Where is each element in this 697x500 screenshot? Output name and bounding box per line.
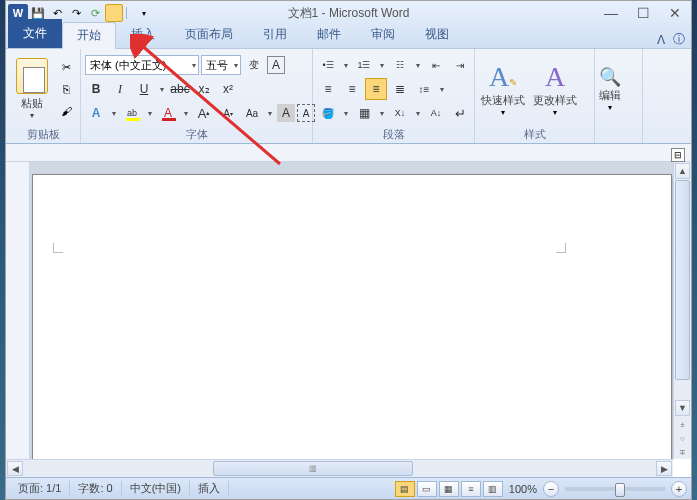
doc-icon[interactable] bbox=[105, 4, 123, 22]
ribbon-tabs: 文件 开始 插入 页面布局 引用 邮件 审阅 视图 ᐱ ⓘ bbox=[6, 25, 691, 49]
numbering-button[interactable]: 1☰ bbox=[353, 54, 375, 76]
tab-layout[interactable]: 页面布局 bbox=[170, 21, 248, 48]
show-marks-button[interactable]: ↵ bbox=[449, 102, 471, 124]
minimize-ribbon-icon[interactable]: ᐱ bbox=[657, 33, 665, 47]
scroll-thumb-h[interactable]: ▥ bbox=[213, 461, 413, 476]
page[interactable] bbox=[32, 174, 672, 459]
browse-object-icon[interactable]: ○ bbox=[674, 431, 691, 445]
binoculars-icon: 🔍 bbox=[599, 66, 621, 88]
scroll-up-icon[interactable]: ▲ bbox=[675, 163, 690, 179]
tab-view[interactable]: 视图 bbox=[410, 21, 464, 48]
group-label-paragraph: 段落 bbox=[317, 127, 470, 143]
group-styles: A✎ 快速样式 ▾ A 更改样式 ▾ 样式 bbox=[475, 49, 595, 143]
view-outline-icon[interactable]: ≡ bbox=[461, 481, 481, 497]
group-clipboard: 粘贴 ▾ ✂ ⎘ 🖌 剪贴板 bbox=[6, 49, 81, 143]
status-page[interactable]: 页面: 1/1 bbox=[10, 481, 70, 496]
tab-review[interactable]: 审阅 bbox=[356, 21, 410, 48]
close-button[interactable]: ✕ bbox=[659, 2, 691, 24]
ruler-vertical[interactable] bbox=[6, 162, 30, 459]
help-icon[interactable]: ⓘ bbox=[673, 31, 685, 48]
group-label-font: 字体 bbox=[85, 127, 308, 143]
group-editing: 🔍 编辑 ▾ bbox=[595, 49, 643, 143]
scroll-thumb-v[interactable] bbox=[675, 180, 690, 380]
tab-file[interactable]: 文件 bbox=[8, 19, 62, 48]
browse-next-icon[interactable]: ∓ bbox=[674, 445, 691, 459]
borders-button[interactable]: ▦ bbox=[353, 102, 375, 124]
align-justify-button[interactable]: ≣ bbox=[389, 78, 411, 100]
minimize-button[interactable]: — bbox=[595, 2, 627, 24]
zoom-out-button[interactable]: − bbox=[543, 481, 559, 497]
multilevel-button[interactable]: ☷ bbox=[389, 54, 411, 76]
document-area: ▲ ▼ ± ○ ∓ bbox=[6, 162, 691, 459]
view-web-icon[interactable]: ▦ bbox=[439, 481, 459, 497]
view-print-layout-icon[interactable]: ▤ bbox=[395, 481, 415, 497]
change-case-button[interactable]: Aa bbox=[241, 102, 263, 124]
align-center-button[interactable]: ≡ bbox=[341, 78, 363, 100]
scrollbar-horizontal[interactable]: ◀ ▥ ▶ bbox=[6, 459, 673, 477]
tab-home[interactable]: 开始 bbox=[62, 22, 116, 49]
scrollbar-vertical[interactable]: ▲ ▼ ± ○ ∓ bbox=[673, 162, 691, 459]
paste-button[interactable]: 粘贴 ▾ bbox=[10, 58, 54, 120]
grow-font-button[interactable]: A▴ bbox=[193, 102, 215, 124]
subscript-button[interactable]: x₂ bbox=[193, 78, 215, 100]
scroll-down-icon[interactable]: ▼ bbox=[675, 400, 690, 416]
scroll-right-icon[interactable]: ▶ bbox=[656, 461, 672, 476]
status-language[interactable]: 中文(中国) bbox=[122, 481, 190, 496]
view-fullscreen-icon[interactable]: ▭ bbox=[417, 481, 437, 497]
status-mode[interactable]: 插入 bbox=[190, 481, 229, 496]
phonetic-guide-icon[interactable]: 变 bbox=[243, 54, 265, 76]
maximize-button[interactable]: ☐ bbox=[627, 2, 659, 24]
shrink-font-button[interactable]: A▾ bbox=[217, 102, 239, 124]
line-spacing-button[interactable]: ↕≡ bbox=[413, 78, 435, 100]
browse-prev-icon[interactable]: ± bbox=[674, 417, 691, 431]
bullets-button[interactable]: •☰ bbox=[317, 54, 339, 76]
statusbar: 页面: 1/1 字数: 0 中文(中国) 插入 ▤ ▭ ▦ ≡ ▥ 100% −… bbox=[6, 477, 691, 499]
zoom-level[interactable]: 100% bbox=[505, 483, 541, 495]
cut-icon[interactable]: ✂ bbox=[56, 57, 76, 77]
qat-customize-icon[interactable]: ▾ bbox=[135, 4, 153, 22]
zoom-slider[interactable] bbox=[565, 487, 665, 491]
sort-button[interactable]: X↓ bbox=[389, 102, 411, 124]
text-effects-button[interactable]: A bbox=[85, 102, 107, 124]
highlight-button[interactable]: ab bbox=[121, 102, 143, 124]
tab-mailings[interactable]: 邮件 bbox=[302, 21, 356, 48]
refresh-icon[interactable]: ⟳ bbox=[86, 4, 104, 22]
tab-references[interactable]: 引用 bbox=[248, 21, 302, 48]
align-justify-dist-button[interactable]: ≡ bbox=[365, 78, 387, 100]
find-button[interactable]: 🔍 编辑 ▾ bbox=[599, 66, 621, 112]
shading-button[interactable]: 🪣 bbox=[317, 102, 339, 124]
group-label-styles: 样式 bbox=[479, 127, 590, 143]
status-words[interactable]: 字数: 0 bbox=[70, 481, 121, 496]
font-name-combo[interactable]: 宋体 (中文正文) bbox=[85, 55, 199, 75]
window-title: 文档1 - Microsoft Word bbox=[288, 5, 410, 22]
format-painter-icon[interactable]: 🖌 bbox=[56, 101, 76, 121]
change-styles-button[interactable]: A 更改样式 ▾ bbox=[531, 59, 579, 119]
group-paragraph: •☰▾ 1☰▾ ☷▾ ⇤ ⇥ ≡ ≡ ≡ ≣ ↕≡▾ 🪣▾ bbox=[313, 49, 475, 143]
zoom-in-button[interactable]: + bbox=[671, 481, 687, 497]
tab-insert[interactable]: 插入 bbox=[116, 21, 170, 48]
char-shading-button[interactable]: A bbox=[277, 104, 295, 122]
quick-styles-button[interactable]: A✎ 快速样式 ▾ bbox=[479, 59, 527, 119]
increase-indent-button[interactable]: ⇥ bbox=[449, 54, 471, 76]
scroll-left-icon[interactable]: ◀ bbox=[7, 461, 23, 476]
align-left-button[interactable]: ≡ bbox=[317, 78, 339, 100]
superscript-button[interactable]: x² bbox=[217, 78, 239, 100]
ribbon: 粘贴 ▾ ✂ ⎘ 🖌 剪贴板 宋体 (中文正文) 五号 变 A bbox=[6, 49, 691, 144]
italic-button[interactable]: I bbox=[109, 78, 131, 100]
font-size-combo[interactable]: 五号 bbox=[201, 55, 241, 75]
sort-az-button[interactable]: A↓ bbox=[425, 102, 447, 124]
paste-icon bbox=[16, 58, 48, 94]
word-window: W 💾 ↶ ↷ ⟳ ▾ 文档1 - Microsoft Word — ☐ ✕ 文… bbox=[5, 0, 692, 500]
decrease-indent-button[interactable]: ⇤ bbox=[425, 54, 447, 76]
redo-icon[interactable]: ↷ bbox=[67, 4, 85, 22]
bold-button[interactable]: B bbox=[85, 78, 107, 100]
strikethrough-button[interactable]: abc bbox=[169, 78, 191, 100]
group-font: 宋体 (中文正文) 五号 变 A B I U▾ abc x₂ x² A▾ bbox=[81, 49, 313, 143]
underline-button[interactable]: U bbox=[133, 78, 155, 100]
char-border-icon[interactable]: A bbox=[267, 56, 285, 74]
ruler-toggle-icon[interactable]: ⊟ bbox=[671, 148, 685, 162]
font-color-button[interactable]: A bbox=[157, 102, 179, 124]
ruler-horizontal[interactable]: ⊟ bbox=[6, 144, 691, 162]
copy-icon[interactable]: ⎘ bbox=[56, 79, 76, 99]
view-draft-icon[interactable]: ▥ bbox=[483, 481, 503, 497]
